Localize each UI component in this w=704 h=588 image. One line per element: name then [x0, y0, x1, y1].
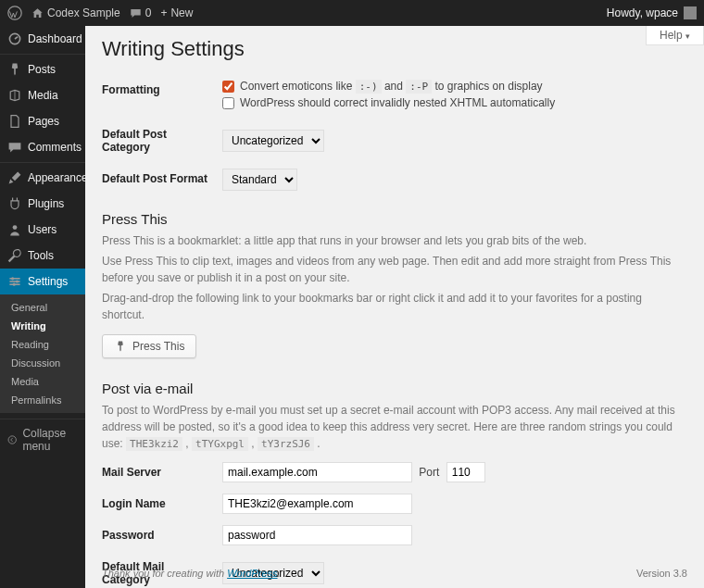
post-via-email-desc: To post to WordPress by e-mail you must …: [102, 402, 687, 453]
xhtml-row[interactable]: WordPress should correct invalidly neste…: [222, 96, 687, 109]
settings-submenu: General Writing Reading Discussion Media…: [0, 294, 85, 413]
menu-comments[interactable]: Comments: [0, 134, 85, 160]
new-content[interactable]: + New: [160, 6, 193, 19]
pin-icon: [7, 62, 22, 77]
wordpress-link[interactable]: WordPress: [227, 568, 277, 579]
help-tab[interactable]: Help ▾: [646, 26, 704, 45]
footer: Thank you for creating with WordPress. V…: [85, 562, 704, 588]
admin-menu: Dashboard Posts Media Pages Comments App…: [0, 26, 85, 588]
admin-toolbar: Codex Sample 0 + New Howdy, wpace: [0, 0, 704, 26]
mail-server-label: Mail Server: [102, 457, 222, 488]
submenu-general[interactable]: General: [0, 298, 85, 317]
wp-logo[interactable]: [7, 6, 22, 20]
menu-posts[interactable]: Posts: [0, 54, 85, 82]
xhtml-checkbox[interactable]: [222, 97, 234, 109]
avatar[interactable]: [684, 6, 697, 19]
new-label: New: [170, 6, 193, 19]
svg-point-6: [11, 277, 14, 280]
collapse-icon: [7, 433, 17, 446]
plus-icon: +: [160, 6, 167, 19]
svg-point-2: [13, 225, 18, 230]
menu-dashboard[interactable]: Dashboard: [0, 26, 85, 52]
submenu-media[interactable]: Media: [0, 372, 85, 391]
submenu-writing[interactable]: Writing: [0, 317, 85, 335]
menu-users[interactable]: Users: [0, 217, 85, 243]
submenu-reading[interactable]: Reading: [0, 335, 85, 354]
formatting-label: Formatting: [102, 74, 222, 119]
password-input[interactable]: [222, 525, 412, 545]
default-category-select[interactable]: Uncategorized: [222, 130, 324, 152]
dropdown-icon: ▾: [685, 31, 690, 41]
menu-plugins[interactable]: Plugins: [0, 191, 85, 217]
emoticons-checkbox[interactable]: [222, 81, 234, 93]
media-icon: [7, 88, 22, 103]
press-this-icon: [114, 340, 127, 353]
press-this-heading: Press This: [102, 211, 687, 227]
collapse-menu[interactable]: Collapse menu: [0, 419, 85, 460]
password-label: Password: [102, 519, 222, 551]
press-this-button[interactable]: Press This: [102, 334, 196, 358]
plugin-icon: [7, 196, 22, 211]
menu-settings[interactable]: Settings: [0, 269, 85, 294]
users-icon: [7, 222, 22, 237]
comments-count: 0: [145, 6, 152, 19]
press-this-desc3: Drag-and-drop the following link to your…: [102, 290, 687, 323]
post-via-email-heading: Post via e-mail: [102, 381, 687, 396]
svg-point-9: [8, 436, 16, 444]
mail-server-input[interactable]: [222, 462, 412, 482]
submenu-discussion[interactable]: Discussion: [0, 354, 85, 372]
site-name[interactable]: Codex Sample: [31, 6, 120, 19]
default-format-label: Default Post Format: [102, 163, 222, 196]
version-text: Version 3.8: [636, 568, 687, 579]
howdy-text[interactable]: Howdy, wpace: [607, 6, 678, 19]
page-title: Writing Settings: [102, 37, 687, 61]
login-label: Login Name: [102, 488, 222, 519]
default-category-label: Default Post Category: [102, 119, 222, 163]
menu-media[interactable]: Media: [0, 82, 85, 108]
tools-icon: [7, 248, 22, 263]
default-format-select[interactable]: Standard: [222, 169, 297, 191]
port-input[interactable]: [446, 462, 485, 482]
site-name-label: Codex Sample: [47, 6, 120, 19]
menu-pages[interactable]: Pages: [0, 108, 85, 134]
home-icon: [31, 7, 44, 19]
comment-icon: [130, 7, 142, 19]
settings-icon: [7, 274, 22, 289]
brush-icon: [7, 170, 22, 185]
menu-appearance[interactable]: Appearance: [0, 162, 85, 191]
dashboard-icon: [7, 31, 22, 46]
login-input[interactable]: [222, 494, 412, 514]
svg-point-8: [13, 283, 16, 286]
emoticons-row[interactable]: Convert emoticons like :-) and :-P to gr…: [222, 80, 687, 93]
press-this-desc2: Use Press This to clip text, images and …: [102, 253, 687, 286]
press-this-desc1: Press This is a bookmarklet: a little ap…: [102, 232, 687, 249]
comments-bubble[interactable]: 0: [130, 6, 152, 19]
submenu-permalinks[interactable]: Permalinks: [0, 391, 85, 409]
page-icon: [7, 114, 22, 129]
content-wrap: Help ▾ Writing Settings Formatting Conve…: [85, 26, 704, 588]
menu-tools[interactable]: Tools: [0, 243, 85, 269]
svg-point-7: [16, 280, 19, 282]
port-label: Port: [419, 466, 439, 479]
formatting-table: Formatting Convert emoticons like :-) an…: [102, 74, 687, 196]
comments-icon: [7, 140, 22, 155]
